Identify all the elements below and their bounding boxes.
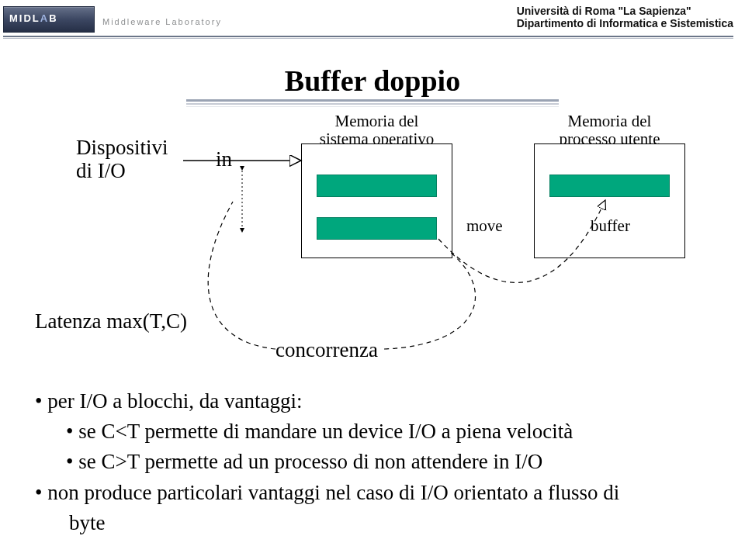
latency-line: Latenza max(T,C) [35, 306, 714, 337]
proc-buffer-1 [549, 175, 670, 197]
os-buffer-1 [317, 175, 437, 197]
logo-text: MIDLAB [9, 12, 58, 24]
devices-label-l2: di I/O [76, 159, 126, 183]
in-label: in [216, 147, 232, 171]
sub-bullet-2: se C>T permette ad un processo di non at… [66, 447, 714, 477]
buffer-label: buffer [591, 216, 630, 236]
bullet-2-cont: byte [69, 508, 714, 538]
content-block: Latenza max(T,C) per I/O a blocchi, da v… [35, 306, 714, 538]
university-line1: Università di Roma "La Sapienza" [517, 5, 733, 17]
header-separator-thin [3, 38, 733, 39]
sub-bullet-1: se C<T permette di mandare un device I/O… [66, 417, 714, 447]
devices-label-l1: Dispositivi [76, 136, 168, 160]
bullet-1: per I/O a blocchi, da vantaggi: se C<T p… [35, 386, 714, 477]
os-buffer-2 [317, 217, 437, 240]
header-separator [3, 36, 733, 37]
move-label: move [466, 216, 503, 236]
logo-text-accent: A [40, 12, 49, 24]
title-underline [186, 99, 559, 109]
page-title: Buffer doppio [0, 64, 745, 98]
bullet-2-text: non produce particolari vantaggi nel cas… [47, 481, 619, 504]
logo: MIDLAB Middleware Laboratory [3, 6, 236, 33]
slide-header: MIDLAB Middleware Laboratory Università … [0, 0, 745, 40]
proc-memory-box [534, 143, 685, 258]
university-line2: Dipartimento di Informatica e Sistemisti… [517, 17, 733, 29]
proc-mem-cap-l1: Memoria del [568, 112, 652, 130]
os-mem-cap-l1: Memoria del [335, 112, 419, 130]
logo-text-main: MIDL [9, 12, 40, 24]
logo-text-end: B [49, 12, 57, 24]
university-block: Università di Roma "La Sapienza" Diparti… [517, 5, 733, 29]
bullet-2: non produce particolari vantaggi nel cas… [35, 478, 714, 508]
os-memory-box [301, 143, 452, 258]
logo-subtitle: Middleware Laboratory [102, 17, 222, 26]
bullet-1-text: per I/O a blocchi, da vantaggi: [47, 389, 302, 413]
